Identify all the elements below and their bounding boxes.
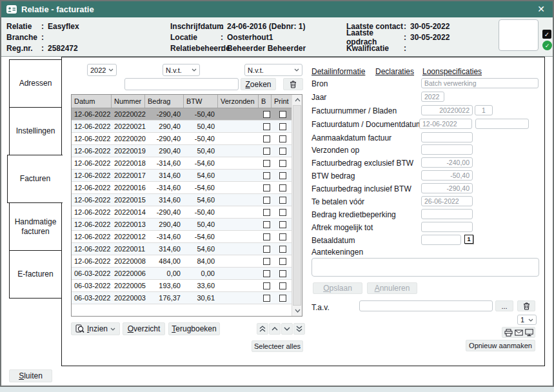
print-checkbox[interactable] [279, 135, 286, 142]
invoice-row[interactable]: 12-06-2022 20220020 -290,40 -50,40 [72, 133, 292, 145]
overzicht-button[interactable]: Overzicht [123, 322, 165, 335]
b-checkbox[interactable] [263, 135, 270, 142]
print-checkbox[interactable] [279, 184, 286, 191]
b-checkbox[interactable] [263, 221, 270, 228]
verzonden-op-label: Verzonden op [312, 146, 359, 155]
close-icon[interactable]: ✕ [535, 3, 547, 15]
b-checkbox[interactable] [263, 148, 270, 155]
tav-clear-button[interactable] [517, 300, 535, 311]
print-checkbox[interactable] [279, 221, 286, 228]
column-header-bedrag[interactable]: Bedrag [145, 95, 184, 108]
move-down-button[interactable] [281, 323, 293, 335]
krediet-field[interactable] [421, 209, 473, 219]
scroll-up-icon[interactable] [292, 95, 302, 105]
invoice-row[interactable]: 12-06-2022 20220015 314,60 54,60 [72, 194, 292, 206]
b-checkbox[interactable] [263, 258, 270, 265]
b-checkbox[interactable] [263, 123, 270, 130]
aftrek-field[interactable] [421, 222, 473, 232]
invoice-row[interactable]: 12-06-2022 20220011 314,60 54,60 [72, 243, 292, 255]
opslaan-button[interactable]: Opslaan [313, 282, 362, 294]
aantal-afdrukken-select[interactable]: 1 [517, 315, 537, 325]
side-tab[interactable]: Handmatige facturen [9, 202, 62, 251]
invoice-row[interactable]: 12-06-2022 20220019 290,40 50,40 [72, 145, 292, 157]
tav-input[interactable] [359, 300, 493, 311]
b-checkbox[interactable] [263, 111, 270, 118]
print-checkbox[interactable] [279, 123, 286, 130]
table-scrollbar[interactable] [292, 95, 302, 316]
b-checkbox[interactable] [263, 270, 270, 277]
invoice-row[interactable]: 12-06-2022 20220021 290,40 50,40 [72, 121, 292, 133]
column-header-nummer[interactable]: Nummer [112, 95, 145, 108]
print-checkbox[interactable] [279, 172, 286, 179]
invoice-row[interactable]: 12-06-2022 20220018 -314,60 -54,60 [72, 157, 292, 170]
column-header-b[interactable]: B [259, 95, 272, 108]
print-checkbox[interactable] [279, 111, 286, 118]
scroll-down-icon[interactable] [292, 306, 302, 316]
invoice-row[interactable]: 06-03-2022 20220005 193,60 33,60 [72, 280, 292, 292]
tab-declaraties[interactable]: Declaraties [375, 67, 414, 76]
sluiten-button[interactable]: Sluiten [9, 369, 52, 382]
invoice-row[interactable]: 12-06-2022 20220013 290,40 50,40 [72, 219, 292, 231]
active-checkbox-icon[interactable]: ✓ [542, 30, 551, 39]
invoice-row[interactable]: 06-03-2022 20220006 0,00 0,00 [72, 268, 292, 280]
move-up-button[interactable] [269, 323, 281, 335]
scrollbar-thumb[interactable] [293, 105, 301, 306]
invoice-row[interactable]: 12-06-2022 20220022 -290,40 -50,40 [72, 108, 292, 121]
print-checkbox[interactable] [279, 246, 286, 253]
print-checkbox[interactable] [279, 295, 286, 302]
invoice-row[interactable]: 12-06-2022 20220008 484,00 84,00 [72, 255, 292, 268]
betaaldatum-field[interactable] [421, 235, 461, 245]
b-checkbox[interactable] [263, 233, 270, 240]
side-tab[interactable]: Facturen [7, 155, 63, 203]
side-tab[interactable]: Instellingen [9, 107, 62, 155]
invoice-row[interactable]: 12-06-2022 20220016 -314,60 -54,60 [72, 182, 292, 194]
invoice-row[interactable]: 06-03-2022 20220003 176,37 30,61 [72, 292, 292, 304]
print-checkbox[interactable] [279, 160, 286, 167]
calendar-icon[interactable]: 1 [464, 235, 473, 244]
b-checkbox[interactable] [263, 282, 270, 289]
invoice-row[interactable]: 12-06-2022 20220012 -314,60 -54,60 [72, 231, 292, 243]
print-checkbox[interactable] [279, 233, 286, 240]
b-checkbox[interactable] [263, 246, 270, 253]
aantekeningen-textarea[interactable] [312, 258, 539, 277]
documentdatum-field[interactable] [475, 119, 529, 129]
b-checkbox[interactable] [263, 209, 270, 216]
inzien-button[interactable]: Inzien [71, 322, 120, 335]
jaar-select[interactable]: 2022 [87, 64, 117, 76]
print-checkbox[interactable] [279, 148, 286, 155]
b-checkbox[interactable] [263, 295, 270, 302]
print-checkbox[interactable] [279, 209, 286, 216]
side-tab-label: Facturen [20, 174, 50, 184]
move-last-button[interactable] [293, 323, 305, 335]
column-header-print[interactable]: Print [272, 95, 292, 108]
tav-browse-button[interactable]: ... [495, 300, 513, 311]
print-checkbox[interactable] [279, 258, 286, 265]
b-checkbox[interactable] [263, 172, 270, 179]
annuleren-button[interactable]: Annuleren [367, 282, 417, 294]
column-header-verzonden[interactable]: Verzonden [218, 95, 259, 108]
print-checkbox[interactable] [279, 282, 286, 289]
move-first-button[interactable] [257, 323, 268, 335]
invoice-row[interactable]: 12-06-2022 20220017 314,60 54,60 [72, 170, 292, 182]
tab-detailinformatie[interactable]: Detailinformatie [312, 67, 365, 76]
opnieuw-aanmaken-button[interactable]: Opnieuw aanmaken [466, 340, 535, 351]
b-checkbox[interactable] [263, 197, 270, 204]
betaald-select[interactable]: N.v.t. [163, 64, 200, 76]
selecteer-alles-button[interactable]: Selecteer alles [252, 340, 303, 352]
output-options-button[interactable] [502, 327, 535, 338]
column-header-datum[interactable]: Datum [72, 95, 112, 108]
zoeken-button[interactable]: Zoeken [241, 78, 276, 90]
tab-loonspecificaties[interactable]: Loonspecificaties [422, 67, 482, 76]
side-tab[interactable]: Adressen [9, 59, 62, 108]
print-checkbox[interactable] [279, 270, 286, 277]
invoice-row[interactable]: 12-06-2022 20220014 -290,40 -50,40 [72, 206, 292, 219]
column-header-btw[interactable]: BTW [184, 95, 218, 108]
print-checkbox[interactable] [279, 197, 286, 204]
b-checkbox[interactable] [263, 184, 270, 191]
b-checkbox[interactable] [263, 160, 270, 167]
side-tab[interactable]: E-facturen [9, 250, 62, 299]
verzonden-select[interactable]: N.v.t. [244, 64, 302, 76]
clear-search-button[interactable] [283, 78, 303, 90]
terugboeken-button[interactable]: Terugboeken [168, 322, 220, 335]
factuurnummer-input[interactable] [124, 78, 239, 90]
